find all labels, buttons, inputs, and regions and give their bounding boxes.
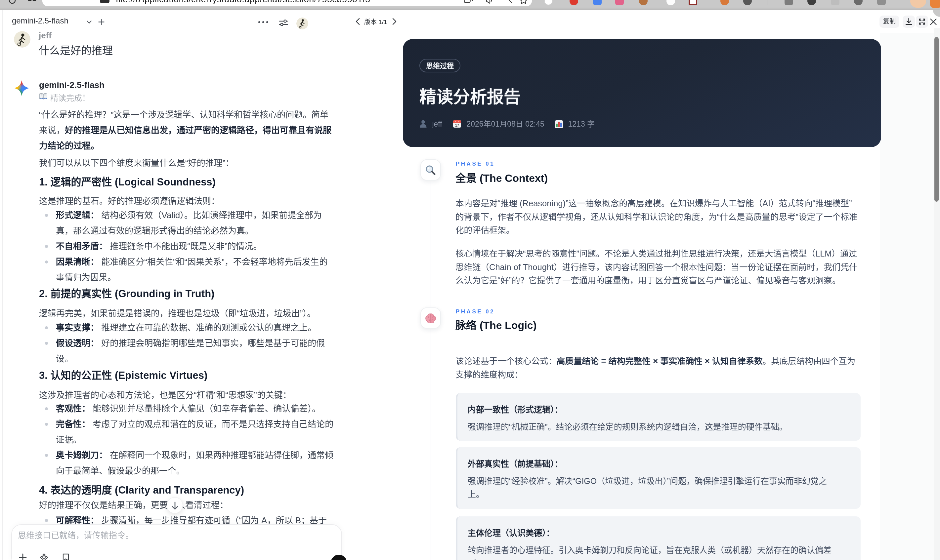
svg-text:17: 17 [455, 123, 459, 127]
